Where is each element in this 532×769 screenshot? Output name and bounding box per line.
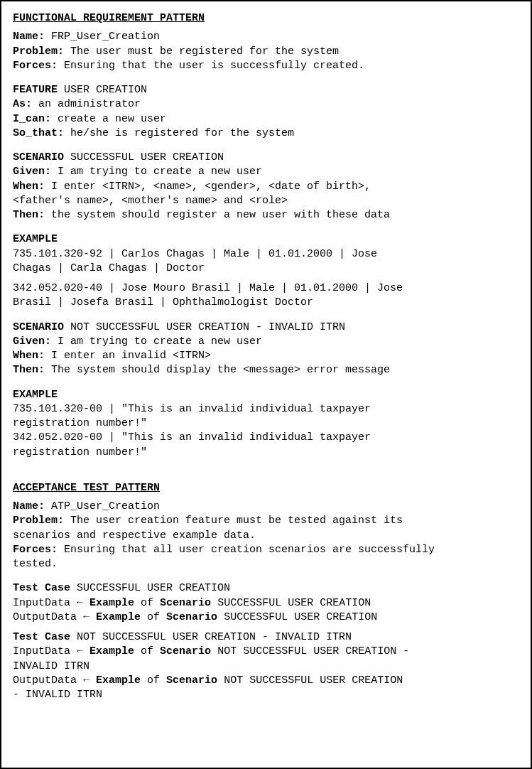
s1-example-keyword: EXAMPLE (13, 232, 519, 247)
feature-ican-row: I_can: create a new user (13, 112, 519, 127)
feature-row: FEATURE USER CREATION (13, 83, 519, 97)
atp-name-label: Name: (13, 500, 45, 512)
s1-example2-l2: Brasil | Josefa Brasil | Ophthalmologist… (13, 296, 519, 310)
scenario-keyword: Scenario (166, 611, 217, 623)
feature-as-label: As: (13, 98, 32, 110)
tc2-name: NOT SUCCESSFUL USER CREATION - INVALID I… (77, 631, 352, 643)
s1-when-row1: When: I enter <ITRN>, <name>, <gender>, … (13, 180, 519, 194)
frp-name-label: Name: (13, 31, 45, 43)
feature-as-value: an administrator (38, 98, 141, 110)
s2-when-value: I enter an invalid <ITRN> (51, 350, 211, 362)
of-keyword: of (147, 674, 160, 687)
s1-example1-l1: 735.101.320-92 | Carlos Chagas | Male | … (13, 247, 519, 262)
scenario2-row: SCENARIO NOT SUCCESSFUL USER CREATION - … (13, 321, 519, 335)
frp-forces-label: Forces: (13, 60, 58, 72)
s2-given-value: I am trying to create a new user (58, 335, 262, 348)
s2-example-keyword: EXAMPLE (13, 388, 519, 402)
of-keyword: of (141, 597, 153, 609)
s1-then-value: the system should register a new user wi… (51, 209, 390, 221)
tc1-input-row: InputData ← Example of Scenario SUCCESSF… (13, 596, 519, 611)
s2-then-value: The system should display the <message> … (51, 364, 390, 376)
when-label: When: (13, 350, 45, 362)
s2-example1-l1: 735.101.320-00 | "This is an invalid ind… (13, 402, 519, 416)
atp-name-value: ATP_User_Creation (51, 500, 160, 512)
atp-forces-l1: Ensuring that all user creation scenario… (64, 544, 435, 556)
s1-when-row2: <father's name>, <mother's name> and <ro… (13, 194, 519, 208)
frp-heading: FUNCTIONAL REQUIREMENT PATTERN (13, 11, 519, 26)
s2-given-row: Given: I am trying to create a new user (13, 335, 519, 349)
testcase-keyword: Test Case (13, 582, 70, 594)
tc1-name: SUCCESSFUL USER CREATION (77, 582, 230, 594)
atp-problem-row2: scenarios and respective example data. (13, 529, 519, 543)
frp-forces-row: Forces: Ensuring that the user is succes… (13, 59, 519, 73)
feature-ican-label: I_can: (13, 113, 51, 125)
tc2-input-row2: INVALID ITRN (13, 660, 519, 674)
document-page: FUNCTIONAL REQUIREMENT PATTERN Name: FRP… (0, 0, 532, 769)
frp-forces-value: Ensuring that the user is successfully c… (64, 60, 364, 72)
scenario-keyword: SCENARIO (13, 321, 64, 333)
atp-name-row: Name: ATP_User_Creation (13, 500, 519, 514)
of-keyword: of (147, 611, 160, 623)
s2-then-row: Then: The system should display the <mes… (13, 363, 519, 377)
s1-given-value: I am trying to create a new user (58, 166, 262, 178)
s1-given-row: Given: I am trying to create a new user (13, 165, 519, 179)
when-label: When: (13, 181, 45, 193)
feature-ican-value: create a new user (58, 113, 166, 125)
atp-forces-row1: Forces: Ensuring that all user creation … (13, 543, 519, 557)
testcase-keyword: Test Case (13, 631, 70, 643)
output-label: OutputData ← (13, 611, 89, 623)
then-label: Then: (13, 209, 45, 221)
tc2-row: Test Case NOT SUCCESSFUL USER CREATION -… (13, 630, 519, 645)
tc2-output-row2: - INVALID ITRN (13, 688, 519, 702)
atp-heading: ACCEPTANCE TEST PATTERN (13, 481, 519, 495)
s1-example2-l1: 342.052.020-40 | Jose Mouro Brasil | Mal… (13, 281, 519, 296)
feature-as-row: As: an administrator (13, 97, 519, 112)
atp-problem-label: Problem: (13, 515, 64, 527)
example-keyword: Example (96, 611, 141, 623)
atp-problem-row1: Problem: The user creation feature must … (13, 514, 519, 528)
tc1-row: Test Case SUCCESSFUL USER CREATION (13, 581, 519, 596)
example-keyword: Example (89, 645, 134, 657)
given-label: Given: (13, 166, 51, 178)
s2-example1-l2: registration number!" (13, 416, 519, 431)
tc2-input-row1: InputData ← Example of Scenario NOT SUCC… (13, 645, 519, 659)
scenario-keyword: SCENARIO (13, 151, 64, 163)
tc2-out-scenario-l1: NOT SUCCESSFUL USER CREATION (224, 674, 403, 687)
frp-problem-row: Problem: The user must be registered for… (13, 45, 519, 59)
given-label: Given: (13, 335, 51, 348)
s1-when-value1: I enter <ITRN>, <name>, <gender>, <date … (51, 181, 371, 193)
tc1-in-scenario: SUCCESSFUL USER CREATION (217, 597, 371, 609)
feature-sothat-label: So_that: (13, 127, 64, 139)
frp-name-value: FRP_User_Creation (51, 31, 160, 43)
input-label: InputData ← (13, 645, 83, 657)
output-label: OutputData ← (13, 674, 89, 687)
scenario-keyword: Scenario (166, 674, 217, 687)
scenario2-name: NOT SUCCESSFUL USER CREATION - INVALID I… (70, 321, 345, 333)
feature-name: USER CREATION (64, 84, 147, 96)
tc1-output-row: OutputData ← Example of Scenario SUCCESS… (13, 611, 519, 625)
feature-sothat-value: he/she is registered for the system (70, 127, 294, 139)
s2-when-row: When: I enter an invalid <ITRN> (13, 349, 519, 363)
s1-example1-l2: Chagas | Carla Chagas | Doctor (13, 262, 519, 276)
then-label: Then: (13, 364, 45, 376)
tc2-in-scenario-l1: NOT SUCCESSFUL USER CREATION - (217, 645, 409, 657)
input-label: InputData ← (13, 597, 83, 609)
frp-problem-value: The user must be registered for the syst… (70, 45, 339, 58)
atp-forces-row2: tested. (13, 557, 519, 571)
s1-then-row: Then: the system should register a new u… (13, 208, 519, 222)
of-keyword: of (141, 645, 153, 657)
scenario1-name: SUCCESSFUL USER CREATION (70, 151, 224, 163)
frp-problem-label: Problem: (13, 45, 64, 58)
example-keyword: Example (96, 674, 141, 687)
scenario-keyword: Scenario (160, 597, 211, 609)
s2-example2-l2: registration number!" (13, 446, 519, 460)
example-keyword: Example (89, 597, 134, 609)
atp-problem-l1: The user creation feature must be tested… (70, 515, 403, 527)
s2-example2-l1: 342.052.020-00 | "This is an invalid ind… (13, 431, 519, 445)
scenario1-row: SCENARIO SUCCESSFUL USER CREATION (13, 151, 519, 165)
atp-forces-label: Forces: (13, 544, 58, 556)
tc2-output-row1: OutputData ← Example of Scenario NOT SUC… (13, 674, 519, 688)
feature-sothat-row: So_that: he/she is registered for the sy… (13, 127, 519, 141)
feature-keyword: FEATURE (13, 84, 58, 96)
frp-name-row: Name: FRP_User_Creation (13, 30, 519, 44)
